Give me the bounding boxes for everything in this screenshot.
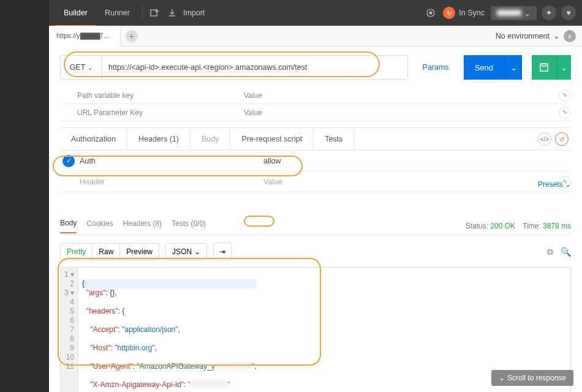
reset-icon[interactable]: ↺ bbox=[555, 132, 569, 146]
format-select[interactable]: JSON⌄ bbox=[165, 243, 207, 260]
resp-tab-cookies[interactable]: Cookies bbox=[86, 219, 113, 233]
resp-tab-tests[interactable]: Tests (0/0) bbox=[172, 219, 206, 233]
chevron-down-icon: ⌄ bbox=[565, 180, 571, 189]
import-icon[interactable] bbox=[166, 7, 178, 19]
time-label: Time: bbox=[523, 222, 541, 230]
tab-builder[interactable]: Builder bbox=[55, 1, 96, 26]
add-tab-button[interactable]: + bbox=[126, 30, 138, 42]
url-param-key-input[interactable]: URL Parameter Key bbox=[60, 108, 244, 117]
env-quicklook-icon[interactable]: x bbox=[564, 30, 576, 42]
presets-link[interactable]: Presets ⌄ bbox=[538, 180, 571, 189]
code-icon[interactable]: </> bbox=[538, 132, 551, 146]
new-request-icon[interactable] bbox=[149, 7, 161, 19]
status-value: 200 OK bbox=[490, 222, 515, 230]
view-preview[interactable]: Preview bbox=[120, 244, 159, 260]
chevron-down-icon: ⌄ bbox=[194, 247, 200, 256]
method-select[interactable]: GET⌄ bbox=[61, 56, 102, 79]
path-var-value-input[interactable]: Value bbox=[244, 91, 559, 100]
proxy-icon[interactable] bbox=[425, 7, 437, 19]
tab-headers[interactable]: Headers (1) bbox=[127, 127, 191, 151]
status-label: Status: bbox=[466, 222, 488, 230]
time-value: 3878 ms bbox=[543, 222, 571, 230]
params-button[interactable]: Params bbox=[414, 55, 458, 80]
scroll-to-response-button[interactable]: ⌄Scroll to response bbox=[491, 370, 573, 386]
response-body[interactable]: { "args": {}, "headers": { "Accept": "ap… bbox=[78, 268, 260, 392]
tab-prerequest[interactable]: Pre-request script bbox=[230, 127, 314, 151]
chevron-down-icon: ⌄ bbox=[88, 64, 93, 71]
copy-icon[interactable]: ⧉ bbox=[547, 247, 553, 257]
svg-rect-6 bbox=[542, 64, 546, 66]
tab-body[interactable]: Body bbox=[191, 127, 231, 151]
save-dropdown[interactable]: ⌄ bbox=[556, 55, 571, 80]
header-key-placeholder[interactable]: Header bbox=[80, 178, 263, 186]
resp-tab-headers[interactable]: Headers (8) bbox=[123, 219, 162, 233]
chevron-down-icon: ⌄ bbox=[553, 31, 560, 40]
save-button[interactable] bbox=[532, 55, 556, 80]
search-icon[interactable]: 🔍 bbox=[561, 247, 571, 257]
svg-rect-5 bbox=[540, 64, 548, 71]
view-pretty[interactable]: Pretty bbox=[61, 244, 93, 260]
sync-icon[interactable]: ↻ bbox=[443, 7, 455, 19]
send-dropdown[interactable]: ⌄ bbox=[505, 55, 522, 80]
edit-icon[interactable]: ✎ bbox=[559, 89, 571, 102]
wrap-button[interactable]: ⇥ bbox=[213, 243, 232, 261]
tab-tests[interactable]: Tests bbox=[314, 127, 354, 151]
view-raw[interactable]: Raw bbox=[93, 244, 120, 260]
request-tab[interactable]: https://y▇▇▇▇7... bbox=[49, 26, 121, 47]
import-label[interactable]: Import bbox=[183, 9, 205, 17]
line-gutter: 1 ▾23 ▾4567891011 bbox=[61, 268, 78, 392]
favorite-icon[interactable]: ♥ bbox=[561, 6, 576, 20]
path-var-key-input[interactable]: Path variable key bbox=[60, 91, 244, 100]
tab-runner[interactable]: Runner bbox=[96, 0, 138, 26]
user-menu[interactable]: ⌄ bbox=[491, 6, 537, 20]
chevron-down-icon: ⌄ bbox=[499, 374, 505, 382]
tab-authorization[interactable]: Authorization bbox=[60, 127, 127, 151]
svg-point-4 bbox=[429, 12, 432, 14]
send-button[interactable]: Send bbox=[464, 55, 505, 80]
environment-selector[interactable]: No environment bbox=[496, 32, 550, 40]
header-key-input[interactable]: Auth bbox=[80, 157, 263, 165]
header-value-placeholder[interactable]: Value bbox=[263, 178, 559, 186]
url-param-value-input[interactable]: Value bbox=[244, 108, 559, 117]
url-input[interactable] bbox=[102, 56, 407, 79]
header-value-input[interactable]: allow bbox=[263, 157, 571, 165]
sync-label: In Sync bbox=[459, 9, 485, 17]
settings-icon[interactable]: ✦ bbox=[542, 6, 556, 20]
resp-tab-body[interactable]: Body bbox=[60, 219, 77, 233]
header-check-icon[interactable]: ✓ bbox=[62, 155, 75, 167]
edit-icon[interactable]: ✎ bbox=[559, 107, 571, 119]
